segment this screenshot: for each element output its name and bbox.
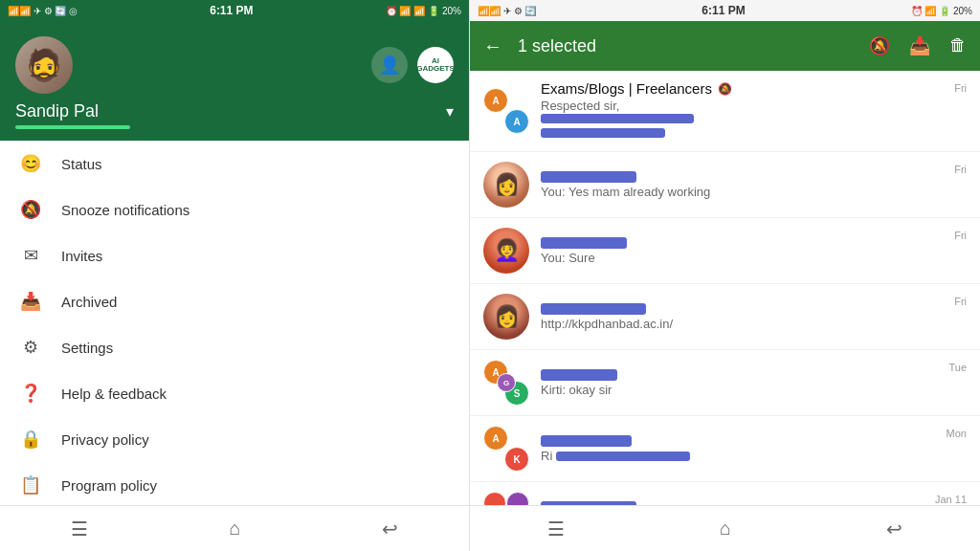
help-icon: ❓	[19, 382, 42, 405]
menu-label-help: Help & feedback	[61, 386, 167, 402]
chat-name	[541, 171, 943, 183]
chat-item[interactable]: 👩 http://kkpdhanbad.ac.in/ Fri	[470, 284, 980, 350]
chat-time: Fri	[954, 230, 967, 241]
chat-name	[541, 237, 943, 249]
chat-name: Exams/Blogs | Freelancers 🔕	[541, 80, 943, 97]
menu-item-privacy[interactable]: 🔒 Privacy policy	[0, 416, 469, 462]
chat-preview: You: Sure	[541, 251, 943, 265]
chat-item[interactable]: A K Ri Mon	[470, 416, 980, 482]
menu-item-archived[interactable]: 📥 Archived	[0, 278, 469, 324]
avatar[interactable]: 🧔	[15, 36, 73, 94]
chat-preview: http://kkpdhanbad.ac.in/	[541, 317, 943, 331]
chat-time: Fri	[954, 82, 967, 94]
avatar-group: A A	[483, 88, 529, 134]
back-nav-icon[interactable]: ↩	[382, 518, 398, 540]
menu-label-privacy: Privacy policy	[61, 431, 149, 448]
menu-section: 😊 Status 🔕 Snooze notifications ✉ Invite…	[0, 141, 469, 505]
avatar-group: A S G	[483, 360, 529, 406]
menu-item-status[interactable]: 😊 Status	[0, 141, 469, 187]
chat-time: Mon	[947, 428, 967, 439]
archived-icon: 📥	[19, 290, 42, 313]
chat-content: to this...	[541, 501, 924, 506]
chat-preview: Ri	[541, 449, 935, 463]
mute-action-icon[interactable]: 🔕	[869, 35, 890, 56]
chat-preview: Kirti: okay sir	[541, 383, 937, 397]
menu-label-archived: Archived	[61, 294, 117, 310]
action-header: ← 1 selected 🔕 📥 🗑	[470, 21, 980, 71]
chat-item[interactable]: to this... Jan 11	[470, 482, 980, 505]
chat-preview: You: Yes mam already working	[541, 185, 943, 199]
chat-preview: Respected sir,	[541, 99, 943, 142]
chat-content: You: Yes mam already working	[541, 171, 943, 199]
menu-nav-right-icon[interactable]: ☰	[547, 518, 565, 540]
chat-time: Jan 11	[935, 494, 967, 505]
chat-content: Kirti: okay sir	[541, 369, 937, 397]
back-button[interactable]: ←	[483, 35, 502, 57]
account-icon[interactable]: 👤	[371, 47, 408, 83]
avatar-group	[483, 492, 529, 505]
settings-icon: ⚙	[19, 336, 42, 359]
chat-time: Fri	[954, 296, 967, 307]
chat-name	[541, 303, 943, 315]
brand-logo[interactable]: AIGADGETS	[417, 47, 454, 83]
invites-icon: ✉	[19, 244, 42, 267]
menu-label-settings: Settings	[61, 340, 113, 356]
person-icon: 👤	[379, 55, 400, 76]
signal-icons: 📶📶 ✈ ⚙ 🔄 ◎	[8, 6, 78, 16]
menu-label-status: Status	[61, 156, 102, 172]
status-bar-left: 📶📶 ✈ ⚙ 🔄 ◎ 6:11 PM ⏰ 📶 📶 🔋 20%	[0, 0, 469, 21]
signal-icons-right: 📶📶 ✈ ⚙ 🔄	[478, 6, 536, 16]
chat-item[interactable]: 👩‍🦱 You: Sure Fri	[470, 218, 980, 284]
menu-label-invites: Invites	[61, 248, 102, 264]
chat-content: http://kkpdhanbad.ac.in/	[541, 303, 943, 331]
back-nav-right-icon[interactable]: ↩	[886, 518, 902, 540]
avatar: 👩‍🦱	[483, 228, 529, 274]
profile-status-bar	[15, 125, 130, 129]
delete-action-icon[interactable]: 🗑	[949, 35, 967, 56]
menu-item-snooze[interactable]: 🔕 Snooze notifications	[0, 187, 469, 232]
status-icon: 😊	[19, 152, 42, 175]
profile-header: 🧔 👤 AIGADGETS Sandip Pal ▾	[0, 21, 469, 141]
right-panel: 📶📶 ✈ ⚙ 🔄 6:11 PM ⏰ 📶 🔋 20% ← 1 selected …	[469, 0, 980, 551]
battery-right: ⏰ 📶 🔋 20%	[911, 6, 972, 16]
menu-item-invites[interactable]: ✉ Invites	[0, 232, 469, 278]
menu-item-help[interactable]: ❓ Help & feedback	[0, 370, 469, 416]
time-left: 6:11 PM	[210, 4, 253, 17]
home-nav-icon[interactable]: ⌂	[229, 518, 240, 540]
avatar: 👩	[483, 162, 529, 208]
menu-item-program[interactable]: 📋 Program policy	[0, 462, 469, 505]
profile-name: Sandip Pal	[15, 101, 99, 121]
privacy-icon: 🔒	[19, 428, 42, 451]
chat-time: Fri	[954, 164, 967, 175]
chat-name	[541, 369, 937, 381]
chat-item[interactable]: A A Exams/Blogs | Freelancers 🔕 Respecte…	[470, 71, 980, 152]
dropdown-arrow-icon[interactable]: ▾	[446, 102, 454, 121]
chat-item[interactable]: A S G Kirti: okay sir Tue	[470, 350, 980, 416]
chat-name	[541, 501, 924, 506]
avatar-group: A K	[483, 426, 529, 472]
bottom-nav-left: ☰ ⌂ ↩	[0, 505, 469, 551]
time-right: 6:11 PM	[702, 4, 745, 17]
chat-name	[541, 435, 935, 447]
status-bar-right: 📶📶 ✈ ⚙ 🔄 6:11 PM ⏰ 📶 🔋 20%	[470, 0, 980, 21]
action-icons: 🔕 📥 🗑	[869, 35, 967, 56]
snooze-icon: 🔕	[19, 198, 42, 221]
menu-item-settings[interactable]: ⚙ Settings	[0, 324, 469, 370]
menu-label-program: Program policy	[61, 477, 157, 494]
selected-count: 1 selected	[518, 36, 854, 56]
menu-nav-icon[interactable]: ☰	[71, 518, 88, 540]
archive-action-icon[interactable]: 📥	[909, 35, 930, 56]
avatar: 👩	[483, 294, 529, 340]
chat-content: Exams/Blogs | Freelancers 🔕 Respected si…	[541, 80, 943, 142]
chat-list: A A Exams/Blogs | Freelancers 🔕 Respecte…	[470, 71, 980, 505]
chat-item[interactable]: 👩 You: Yes mam already working Fri	[470, 152, 980, 218]
bottom-nav-right: ☰ ⌂ ↩	[470, 505, 980, 551]
battery-left: ⏰ 📶 📶 🔋 20%	[386, 6, 461, 16]
menu-label-snooze: Snooze notifications	[61, 202, 189, 218]
chat-content: You: Sure	[541, 237, 943, 265]
chat-content: Ri	[541, 435, 935, 463]
left-panel: 📶📶 ✈ ⚙ 🔄 ◎ 6:11 PM ⏰ 📶 📶 🔋 20% 🧔 👤 AIGAD…	[0, 0, 469, 551]
chat-time: Tue	[948, 362, 967, 373]
home-nav-right-icon[interactable]: ⌂	[720, 518, 731, 540]
program-icon: 📋	[19, 474, 42, 496]
